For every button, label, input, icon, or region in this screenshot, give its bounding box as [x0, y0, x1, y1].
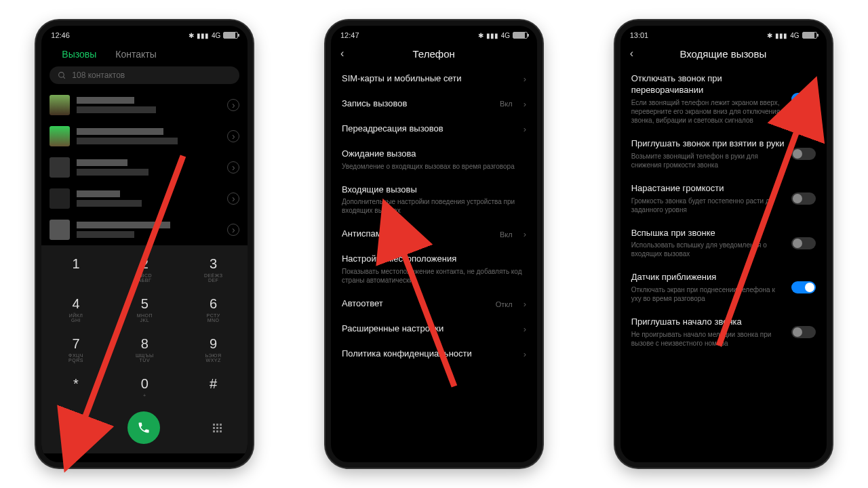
dialkey-1[interactable]: 1 [41, 249, 110, 289]
bottom-bar: ≡ [41, 405, 248, 453]
status-bar: 12:47 ✱▮▮▮4G [331, 26, 537, 42]
avatar [50, 188, 70, 209]
dialkey-8[interactable]: 8ШЩЪЫTUV [111, 329, 179, 369]
page-title: Входящие вызовы [643, 48, 804, 60]
call-row[interactable]: › [41, 89, 248, 121]
chevron-right-icon: › [524, 349, 526, 359]
dialkey-0[interactable]: 0+ [111, 369, 179, 405]
avatar [50, 126, 70, 146]
chevron-right-icon: › [524, 74, 526, 84]
settings-list: Отключать звонок при переворачиванииЕсли… [620, 66, 827, 354]
phone-screen-dialer: 12:46 ✱ ▮▮▮ 4G Вызовы Контакты 108 конта… [36, 20, 253, 468]
chevron-right-icon[interactable]: › [227, 224, 239, 236]
search-icon [58, 71, 66, 80]
tab-calls[interactable]: Вызовы [62, 49, 96, 60]
phone-screen-incoming-calls: 13:01 ✱▮▮▮4G ‹ Входящие вызовы Отключать… [615, 20, 832, 468]
search-placeholder: 108 контактов [72, 70, 125, 80]
avatar [50, 157, 70, 178]
svg-line-1 [63, 77, 65, 79]
toggle-switch[interactable] [791, 326, 816, 338]
settings-item[interactable]: Приглушать начало звонкаНе проигрывать н… [620, 310, 827, 354]
chevron-right-icon[interactable]: › [227, 192, 239, 205]
network-label: 4G [790, 32, 799, 39]
signal-icon: ▮▮▮ [197, 32, 209, 39]
chevron-right-icon[interactable]: › [227, 99, 239, 111]
settings-item[interactable]: Приглушать звонок при взятии в рукиВозьм… [620, 131, 827, 176]
settings-item[interactable]: АнтиспамВкл› [331, 222, 537, 247]
dialkey-7[interactable]: 7ФХЦЧPQRS [41, 329, 110, 369]
svg-point-0 [59, 72, 64, 77]
battery-icon [802, 32, 817, 39]
call-row[interactable]: › [41, 152, 248, 183]
phone-screen-settings: 12:47 ✱▮▮▮4G ‹ Телефон SIM-карты и мобил… [326, 20, 542, 468]
dialkey-5[interactable]: 5МНОПJKL [111, 289, 179, 329]
signal-icon: ▮▮▮ [486, 32, 498, 39]
page-title: Телефон [353, 48, 514, 60]
settings-item[interactable]: Ожидание вызоваУведомление о входящих вы… [331, 142, 537, 178]
toggle-switch[interactable] [791, 192, 816, 205]
avatar [50, 95, 70, 115]
settings-item[interactable]: Запись вызововВкл› [331, 92, 537, 117]
clock: 12:46 [51, 31, 70, 39]
chevron-right-icon[interactable]: › [227, 130, 239, 142]
toggle-switch[interactable] [791, 148, 816, 160]
menu-icon[interactable]: ≡ [68, 421, 75, 435]
settings-item[interactable]: Входящие вызовыДополнительные настройки … [331, 178, 537, 222]
back-button[interactable]: ‹ [630, 47, 633, 60]
settings-item[interactable]: SIM-карты и мобильные сети› [331, 66, 537, 92]
battery-icon [513, 32, 528, 39]
settings-list: SIM-карты и мобильные сети›Запись вызово… [331, 66, 537, 367]
dialkey-6[interactable]: 6РСТУMNO [179, 289, 248, 329]
dialkey-3[interactable]: 3DEЁЖЗDEF [179, 249, 248, 289]
chevron-right-icon: › [524, 124, 526, 134]
status-bar: 13:01 ✱▮▮▮4G [620, 26, 827, 42]
clock: 12:47 [340, 31, 359, 39]
dialkey-*[interactable]: * [41, 369, 110, 405]
phone-icon [137, 421, 151, 434]
avatar [50, 220, 70, 240]
call-row[interactable]: › [41, 183, 248, 214]
dialkey-9[interactable]: 9ЬЭЮЯWXYZ [179, 329, 248, 369]
dialkey-#[interactable]: # [179, 369, 248, 405]
settings-item[interactable]: Нарастание громкостиГромкость звонка буд… [620, 176, 827, 221]
network-label: 4G [212, 32, 220, 39]
chevron-right-icon: › [524, 324, 526, 334]
bluetooth-icon: ✱ [478, 32, 484, 39]
dialpad-toggle-icon[interactable] [213, 424, 222, 432]
clock: 13:01 [630, 31, 649, 39]
back-button[interactable]: ‹ [340, 47, 344, 60]
call-row[interactable]: › [41, 214, 248, 245]
dialkey-4[interactable]: 4ИЙКЛGHI [41, 289, 110, 329]
toggle-switch[interactable] [791, 237, 816, 249]
network-label: 4G [501, 32, 510, 39]
bluetooth-icon: ✱ [767, 32, 772, 39]
status-bar: 12:46 ✱ ▮▮▮ 4G [41, 26, 248, 42]
chevron-right-icon: › [524, 99, 526, 109]
settings-item[interactable]: Отключать звонок при переворачиванииЕсли… [620, 66, 827, 131]
call-button[interactable] [127, 411, 160, 444]
settings-item[interactable]: Вспышка при звонкеИспользовать вспышку д… [620, 221, 827, 266]
settings-item[interactable]: Настройки местоположенияПоказывать место… [331, 247, 537, 291]
settings-item[interactable]: Датчик приближенияОтключать экран при по… [620, 265, 827, 310]
settings-item[interactable]: Расширенные настройки› [331, 317, 537, 342]
chevron-right-icon[interactable]: › [227, 161, 239, 174]
dialpad: 1 2ABCDАБВГ3DEЁЖЗDEF4ИЙКЛGHI5МНОПJKL6РСТ… [41, 245, 248, 405]
chevron-right-icon: › [524, 229, 526, 239]
settings-item[interactable]: Политика конфиденциальности› [331, 342, 537, 367]
bluetooth-icon: ✱ [189, 32, 194, 39]
settings-item[interactable]: Переадресация вызовов› [331, 117, 537, 142]
tab-contacts[interactable]: Контакты [115, 49, 156, 60]
call-row[interactable]: › [41, 121, 248, 152]
call-list: › › › › › [41, 89, 248, 245]
toggle-switch[interactable] [791, 93, 816, 105]
settings-item[interactable]: АвтоответОткл› [331, 291, 537, 317]
toggle-switch[interactable] [791, 281, 816, 293]
chevron-right-icon: › [524, 299, 526, 309]
signal-icon: ▮▮▮ [775, 32, 787, 39]
battery-icon [223, 32, 238, 39]
dialkey-2[interactable]: 2ABCDАБВГ [111, 249, 179, 289]
tabs: Вызовы Контакты [41, 42, 248, 66]
search-input[interactable]: 108 контактов [50, 66, 239, 84]
